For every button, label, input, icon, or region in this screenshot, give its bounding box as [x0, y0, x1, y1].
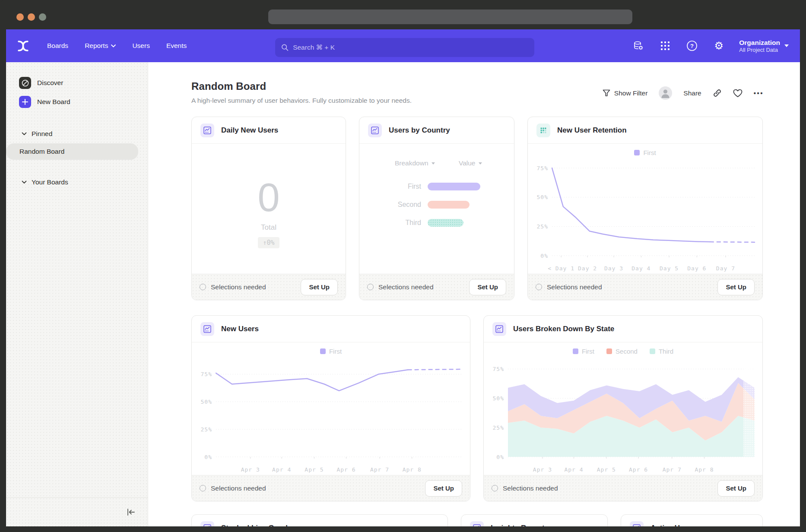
nav-item-users-label: Users	[132, 42, 149, 50]
sidebar-item-discover[interactable]: Discover	[6, 73, 148, 92]
svg-text:Apr 8: Apr 8	[695, 466, 714, 473]
svg-text:25%: 25%	[537, 223, 548, 230]
set-up-button[interactable]: Set Up	[301, 279, 338, 295]
more-options-icon[interactable]: •••	[754, 89, 764, 97]
svg-text:< Day 1: < Day 1	[548, 265, 574, 272]
nav-item-events[interactable]: Events	[166, 42, 187, 50]
nav-item-boards[interactable]: Boards	[47, 42, 68, 50]
chart-legend: First Second Third	[484, 348, 762, 355]
browser-tab-pill[interactable]	[268, 10, 632, 24]
metric-stack: 0 Total ↑0%	[192, 144, 346, 274]
show-filter-label: Show Filter	[614, 89, 648, 97]
sidebar-item-random-board[interactable]: Random Board	[6, 143, 138, 160]
card-body: First 75%50%25%0%Apr 3Apr 4Apr 5Apr 6Apr…	[192, 342, 470, 475]
card-footer: Selections needed Set Up	[192, 475, 470, 501]
line-chart-icon	[470, 521, 484, 527]
set-up-button[interactable]: Set Up	[469, 279, 506, 295]
set-up-button[interactable]: Set Up	[717, 480, 755, 497]
apps-grid-icon[interactable]	[659, 39, 672, 52]
card-header: Insights Report	[461, 515, 607, 526]
nav-item-users[interactable]: Users	[132, 42, 149, 50]
copy-link-icon[interactable]	[713, 89, 722, 98]
chart-legend: First	[528, 149, 762, 156]
card-new-user-retention: New User Retention First 75%50%25%0%< Da…	[527, 117, 763, 300]
collapse-sidebar-icon[interactable]	[126, 508, 136, 516]
avatar[interactable]	[659, 86, 672, 100]
set-up-button[interactable]: Set Up	[425, 480, 462, 497]
plus-icon	[19, 96, 31, 108]
mixpanel-logo-icon[interactable]	[17, 40, 29, 52]
bar-row: First	[359, 177, 514, 196]
app-content: Boards Reports Users Events	[6, 29, 800, 526]
line-chart-icon	[200, 124, 214, 137]
legend-swatch	[573, 348, 578, 354]
top-navbar: Boards Reports Users Events	[6, 29, 800, 62]
minimize-window-button[interactable]	[28, 13, 35, 21]
svg-text:75%: 75%	[537, 165, 548, 171]
svg-text:Apr 7: Apr 7	[370, 466, 389, 473]
value-dropdown[interactable]: Value	[459, 159, 482, 167]
org-switcher[interactable]: Organization All Project Data	[739, 38, 789, 54]
card-title: Users by Country	[389, 126, 450, 135]
set-up-button[interactable]: Set Up	[717, 279, 755, 295]
card-title: Stacked Line Graph	[221, 524, 290, 527]
card-title: New Users	[221, 325, 259, 333]
card-footer: Selections needed Set Up	[359, 274, 514, 300]
card-title: New User Retention	[557, 126, 627, 135]
favorite-heart-icon[interactable]	[733, 89, 743, 98]
settings-gear-icon[interactable]: ⚙	[712, 39, 725, 52]
zoom-window-button[interactable]	[39, 13, 46, 21]
sidebar-section-pinned[interactable]: Pinned	[6, 126, 148, 142]
bar-third	[428, 219, 463, 227]
card-body: 0 Total ↑0%	[192, 144, 346, 274]
help-icon[interactable]: ?	[685, 39, 698, 52]
bar-row-label: Third	[359, 219, 428, 227]
metric-label: Total	[261, 223, 276, 232]
legend-label: First	[643, 149, 656, 156]
card-header: New User Retention	[528, 117, 762, 144]
svg-text:25%: 25%	[201, 426, 212, 433]
svg-text:Apr 5: Apr 5	[305, 466, 324, 473]
svg-text:75%: 75%	[493, 366, 504, 372]
svg-text:Day 3: Day 3	[604, 265, 623, 272]
data-management-icon[interactable]	[632, 39, 645, 52]
card-header: New Users	[192, 316, 470, 342]
card-body: Breakdown Value First	[359, 144, 514, 274]
bar-row-label: Second	[359, 201, 428, 209]
svg-text:Day 5: Day 5	[660, 265, 679, 272]
line-chart-icon	[200, 322, 214, 336]
sidebar-item-new-board[interactable]: New Board	[6, 92, 148, 111]
status-circle-icon	[492, 485, 498, 491]
show-filter-button[interactable]: Show Filter	[603, 89, 648, 97]
card-stacked-line-graph: Stacked Line Graph	[191, 514, 448, 526]
metric-value: 0	[257, 177, 279, 217]
sidebar-section-your-boards[interactable]: Your Boards	[6, 174, 148, 190]
chart-legend: First	[192, 348, 470, 355]
close-window-button[interactable]	[16, 13, 24, 21]
status-circle-icon	[367, 284, 374, 290]
card-active-users: Active Users	[621, 514, 763, 526]
sidebar-pinned-label: Pinned	[32, 130, 52, 138]
bar-row-label: First	[359, 183, 428, 190]
svg-text:Day 2: Day 2	[578, 265, 597, 272]
new-users-chart: 75%50%25%0%Apr 3Apr 4Apr 5Apr 6Apr 7Apr …	[192, 342, 470, 475]
svg-text:Apr 5: Apr 5	[597, 466, 616, 473]
legend-swatch	[634, 150, 640, 155]
legend-label: First	[329, 348, 342, 355]
svg-text:Apr 3: Apr 3	[241, 466, 260, 473]
sidebar-new-board-label: New Board	[37, 98, 70, 106]
card-header: Users by Country	[359, 117, 514, 144]
nav-item-boards-label: Boards	[47, 42, 68, 50]
legend-label: First	[582, 348, 594, 355]
svg-text:Day 6: Day 6	[687, 265, 706, 272]
search-input[interactable]	[293, 44, 528, 51]
share-label: Share	[683, 89, 701, 97]
share-button[interactable]: Share	[683, 89, 701, 97]
global-search[interactable]	[275, 38, 534, 57]
nav-item-reports[interactable]: Reports	[85, 42, 116, 50]
page-header-text: Random Board A high-level summary of use…	[191, 80, 412, 104]
page-header: Random Board A high-level summary of use…	[191, 80, 764, 104]
line-chart-icon	[630, 521, 644, 527]
breakdown-dropdown[interactable]: Breakdown	[395, 159, 435, 167]
sidebar-your-boards-label: Your Boards	[32, 178, 68, 186]
